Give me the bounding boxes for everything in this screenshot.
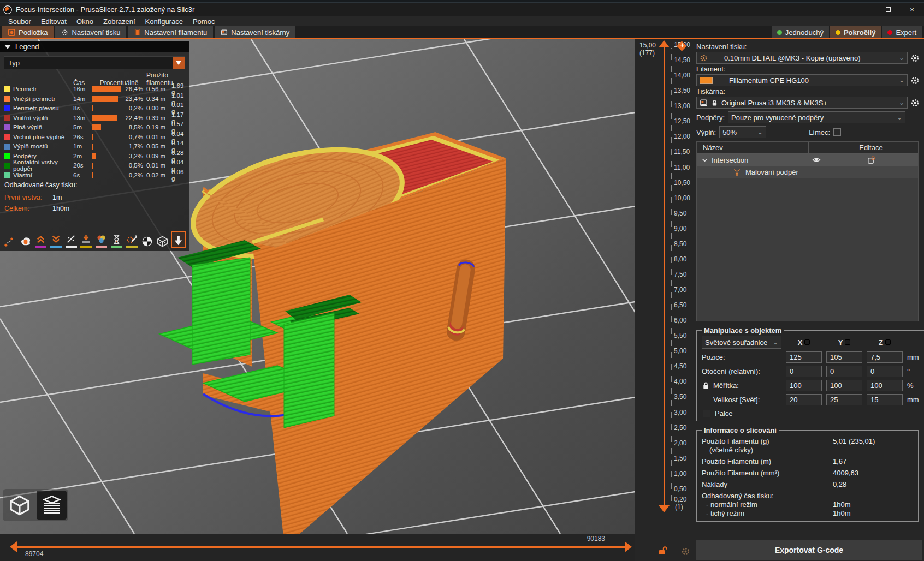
scale-y-input[interactable] xyxy=(826,380,862,391)
print-settings-dropdown[interactable]: 0.10mm DETAIL @MK3 - Kopie (upraveno) ⌄ xyxy=(696,52,908,64)
axis-x-icon[interactable] xyxy=(804,339,810,345)
layer-tick-label: 10,50 xyxy=(674,180,690,186)
dropdown-arrow-icon[interactable] xyxy=(173,57,185,69)
horizontal-move-slider[interactable]: 90183 89704 xyxy=(0,534,635,561)
rotation-x-input[interactable] xyxy=(786,366,822,377)
scale-x-input[interactable] xyxy=(786,380,822,391)
position-y-input[interactable] xyxy=(826,351,862,363)
tab-nastaveni-filamentu[interactable]: Nastavení filamentu xyxy=(128,26,213,38)
collapse-arrow-icon[interactable] xyxy=(4,45,11,49)
retractions-icon[interactable] xyxy=(34,232,48,248)
size-y-input[interactable] xyxy=(826,394,862,405)
feature-color-swatch xyxy=(4,86,10,92)
legend-row: Vnější perimetr14m23,4%0.34 m1.01 g xyxy=(0,92,189,102)
filament-color-swatch xyxy=(700,77,713,84)
menu-konfigurace[interactable]: Konfigurace xyxy=(140,17,188,26)
infill-dropdown[interactable]: 50% ⌄ xyxy=(719,126,766,138)
position-z-input[interactable] xyxy=(867,351,903,363)
edit-object-icon[interactable] xyxy=(867,156,875,164)
layer-slider-top-thumb[interactable] xyxy=(659,40,670,47)
tab-nastaveni-tiskarny[interactable]: Nastavení tiskárny xyxy=(215,26,295,38)
printer-gear-button[interactable] xyxy=(910,98,920,108)
legend-rows: Perimetr16m26,4%0.56 m1.69 gVnější perim… xyxy=(0,82,189,178)
print-settings-gear-button[interactable] xyxy=(910,53,920,63)
view-type-dropdown[interactable]: Typ xyxy=(4,56,185,69)
axis-y-icon[interactable] xyxy=(845,339,850,345)
filament-gear-button[interactable] xyxy=(910,76,920,85)
feature-length: 0.39 m xyxy=(146,115,171,121)
scale-z-input[interactable] xyxy=(867,380,903,391)
legend-toggle-icon[interactable] xyxy=(171,231,186,248)
wipe-icon[interactable] xyxy=(19,232,32,248)
printer-dropdown[interactable]: Original Prusa i3 MK3S & MK3S+ ⌄ xyxy=(696,97,908,109)
deretractions-icon[interactable] xyxy=(49,232,63,248)
menu-editovat[interactable]: Editovat xyxy=(36,17,72,26)
red-dot-icon xyxy=(887,30,892,35)
seams-icon[interactable] xyxy=(64,232,78,248)
move-slider-track[interactable] xyxy=(16,546,625,548)
object-row-paint-supports[interactable]: Malování podpěr xyxy=(697,166,918,178)
layer-slider[interactable]: 15,00 (177) 15,0014,5014,0013,5013,0012,… xyxy=(635,39,693,561)
tab-nastaveni-tisku[interactable]: Nastavení tisku xyxy=(55,26,126,38)
menu-okno[interactable]: Okno xyxy=(72,17,98,26)
editor-view-button[interactable] xyxy=(4,491,34,520)
printer-icon xyxy=(700,99,708,107)
move-slider-left-thumb[interactable] xyxy=(10,541,17,552)
color-changes-icon[interactable] xyxy=(80,232,93,248)
mode-expert-button[interactable]: Expert xyxy=(882,26,922,38)
feature-color-swatch xyxy=(4,96,10,102)
preview-view-button[interactable] xyxy=(37,491,67,520)
eye-icon[interactable] xyxy=(812,156,821,164)
mode-simple-button[interactable]: Jednoduchý xyxy=(772,26,829,38)
size-x-input[interactable] xyxy=(786,394,822,405)
custom-gcode-icon[interactable] xyxy=(125,232,139,248)
layer-slider-track[interactable] xyxy=(664,47,665,509)
move-slider-right-thumb[interactable] xyxy=(625,541,632,552)
maximize-button[interactable] xyxy=(876,3,900,16)
shells-icon[interactable] xyxy=(156,232,169,248)
uniform-scale-lock-icon[interactable] xyxy=(702,381,710,390)
legend-panel: Legend Typ Čas Procentuálně Použito fila… xyxy=(0,41,189,251)
menu-soubor[interactable]: Soubor xyxy=(3,17,36,26)
close-button[interactable]: × xyxy=(900,3,924,16)
slider-settings-gear-icon[interactable] xyxy=(681,547,690,556)
menu-pomoc[interactable]: Pomoc xyxy=(188,17,220,26)
minimize-button[interactable]: — xyxy=(852,3,876,16)
layer-tick-marks-right xyxy=(671,48,672,506)
center-of-mass-icon[interactable] xyxy=(140,232,154,248)
menu-zobrazeni[interactable]: Zobrazení xyxy=(98,17,140,26)
slider-unlock-icon[interactable] xyxy=(657,546,667,556)
brim-checkbox[interactable] xyxy=(833,128,841,136)
layer-slider-bottom-thumb[interactable] xyxy=(659,505,670,512)
first-layer-time-row: První vrstva: 1m xyxy=(4,192,185,203)
inches-checkbox[interactable] xyxy=(703,410,710,417)
tool-changes-icon[interactable] xyxy=(94,232,108,248)
object-row-intersection[interactable]: Intersection xyxy=(697,154,918,166)
mode-advanced-button[interactable]: Pokročilý xyxy=(830,26,881,38)
filament-dropdown[interactable]: Fillamentum CPE HG100 ⌄ xyxy=(696,74,908,86)
position-x-input[interactable] xyxy=(786,351,822,363)
percent-bar xyxy=(92,163,93,169)
travels-icon[interactable] xyxy=(3,232,17,248)
size-z-input[interactable] xyxy=(867,394,903,405)
filament-mm3-row: Použito Filamentu (mm³) 4009,63 xyxy=(702,467,913,479)
feature-time: 16m xyxy=(73,86,92,92)
coordinate-space-dropdown[interactable]: Světové souřadnice ⌄ xyxy=(702,336,781,349)
tab-podlozka[interactable]: Podložka xyxy=(2,26,54,38)
supports-dropdown[interactable]: Pouze pro vynucené podpěry ⌄ xyxy=(728,111,905,123)
rotation-z-input[interactable] xyxy=(867,366,903,377)
viewport-3d[interactable]: Legend Typ Čas Procentuálně Použito fila… xyxy=(0,39,635,561)
settings-panel: Nastavení tisku: 0.10mm DETAIL @MK3 - Ko… xyxy=(693,39,924,561)
feature-length: 0.05 m xyxy=(146,143,171,150)
feature-name: Plná výplň xyxy=(13,124,73,130)
pause-prints-icon[interactable] xyxy=(110,232,123,248)
preview-options-toolbar xyxy=(0,226,189,251)
filament-meters-row: Použito Filamentu (m) 1,67 xyxy=(702,456,913,467)
percent-bar xyxy=(92,96,118,102)
axis-z-icon[interactable] xyxy=(885,339,891,345)
rotation-y-input[interactable] xyxy=(826,366,862,377)
expand-chevron-icon[interactable] xyxy=(702,157,708,163)
green-dot-icon xyxy=(777,30,782,35)
feature-length: 0.00 m xyxy=(146,105,171,111)
export-gcode-button[interactable]: Exportovat G-code xyxy=(696,540,922,560)
